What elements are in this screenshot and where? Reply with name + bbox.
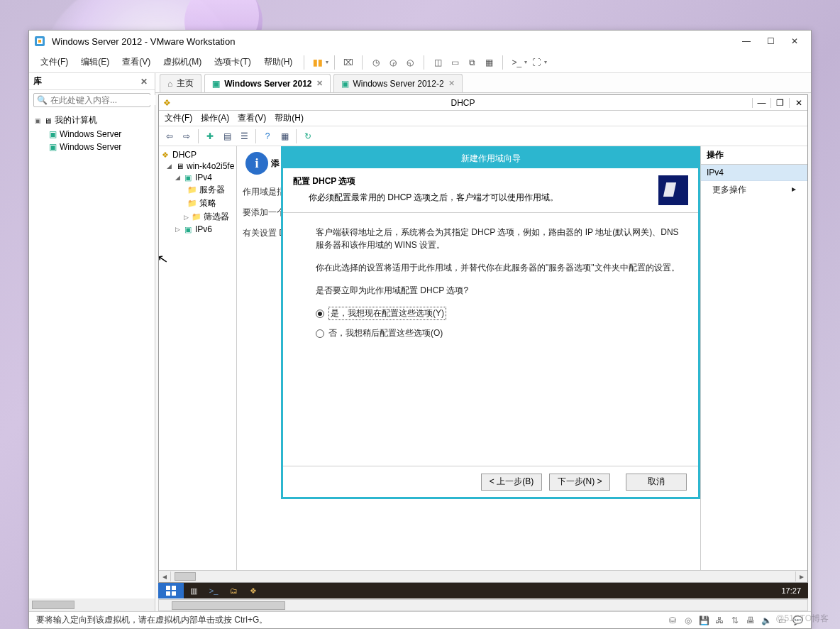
library-close-icon[interactable]: ✕ — [138, 77, 150, 87]
guest-column: 主页 Windows Server 2012 ✕ Windows Server … — [155, 73, 811, 611]
mmc-menu-file[interactable]: 文件(F) — [165, 112, 192, 124]
printer-icon[interactable]: 🖶 — [744, 616, 757, 625]
library-vm-item[interactable]: Windows Server — [31, 141, 153, 153]
add-icon[interactable]: ✚ — [202, 128, 218, 144]
close-button[interactable]: ✕ — [783, 33, 807, 49]
vm-tabstrip: 主页 Windows Server 2012 ✕ Windows Server … — [155, 73, 811, 93]
mmc-menu-help[interactable]: 帮助(H) — [275, 112, 304, 124]
wizard-question: 是否要立即为此作用域配置 DHCP 选项? — [316, 284, 684, 297]
guest-viewport[interactable]: ❖ DHCP — ❐ ✕ 文件(F) 操作(A) 查看(V) 帮助(H) — [155, 93, 811, 611]
mmc-minimize-button[interactable]: — — [752, 98, 770, 108]
tree-root[interactable]: ❖DHCP — [160, 149, 235, 160]
mmc-titlebar: ❖ DHCP — ❐ ✕ — [159, 95, 807, 111]
vm-icon — [49, 142, 57, 152]
network-icon[interactable]: 🖧 — [713, 616, 726, 625]
mmc-menu-view[interactable]: 查看(V) — [238, 112, 266, 124]
mmc-actions-pane: 操作 IPv4 更多操作 ▸ — [701, 146, 807, 570]
wizard-para-2: 你在此选择的设置将适用于此作用域，并替代你在此服务器的"服务器选项"文件夹中配置… — [316, 261, 684, 274]
radio-no[interactable]: 否，我想稍后配置这些选项(O) — [316, 327, 684, 339]
tab-home[interactable]: 主页 — [160, 74, 201, 92]
cancel-button[interactable]: 取消 — [626, 474, 687, 491]
tab-vm[interactable]: Windows Server 2012-2 ✕ — [333, 74, 463, 92]
cd-icon[interactable]: ◎ — [682, 616, 695, 625]
host-titlebar: Windows Server 2012 - VMware Workstation… — [29, 31, 811, 52]
refresh-icon[interactable]: ↻ — [300, 128, 316, 144]
home-icon — [167, 79, 172, 89]
svg-rect-4 — [172, 586, 176, 590]
menu-view[interactable]: 查看(V) — [116, 53, 156, 71]
minimize-button[interactable]: — — [734, 33, 758, 49]
tree-item[interactable]: ▷📁筛选器 — [160, 210, 235, 224]
properties-icon[interactable]: ▦ — [277, 128, 292, 144]
snapshot-take-icon[interactable]: ◷ — [368, 55, 384, 70]
snapshot-manage-icon[interactable]: ◵ — [402, 55, 418, 70]
vm-icon — [341, 79, 349, 89]
library-title: 库 — [33, 75, 42, 87]
fullscreen-icon[interactable]: ⛶ — [529, 55, 544, 70]
library-vm-item[interactable]: Windows Server — [31, 128, 153, 141]
tab-close-icon[interactable]: ✕ — [448, 79, 455, 88]
menu-file[interactable]: 文件(F) — [35, 53, 74, 71]
library-search[interactable]: 🔍 ▾ — [33, 93, 150, 107]
tree-server[interactable]: ◢🖥win-k4o2i5fe — [160, 160, 235, 172]
svg-rect-6 — [172, 591, 176, 596]
unity-icon[interactable]: ◫ — [430, 55, 446, 70]
actions-more[interactable]: 更多操作 ▸ — [701, 181, 807, 199]
snapshot-revert-icon[interactable]: ◶ — [385, 55, 401, 70]
tree-ipv6[interactable]: ▷▣IPv6 — [160, 224, 235, 235]
library-search-input[interactable] — [50, 95, 157, 105]
pause-icon[interactable]: ▮▮ — [310, 55, 326, 70]
taskbar-powershell-icon[interactable]: >_ — [204, 586, 223, 595]
radio-icon — [316, 310, 324, 318]
svg-rect-5 — [166, 591, 170, 596]
sound-icon[interactable]: 🔈 — [760, 616, 773, 625]
taskbar-server-manager-icon[interactable]: ▥ — [184, 586, 204, 596]
menu-tabs[interactable]: 选项卡(T) — [209, 53, 256, 71]
send-ctrl-alt-del-icon[interactable]: ⌧ — [341, 55, 356, 70]
menu-help[interactable]: 帮助(H) — [258, 53, 299, 71]
mmc-menu-action[interactable]: 操作(A) — [201, 112, 229, 124]
mmc-toolbar: ⇦ ⇨ ✚ ▤ ☰ ? ▦ ↻ — [159, 126, 807, 146]
maximize-button[interactable]: ☐ — [758, 33, 783, 49]
console-icon[interactable]: >_ — [509, 55, 524, 70]
forward-icon[interactable]: ⇨ — [179, 128, 194, 144]
actions-header: 操作 — [701, 146, 807, 165]
dhcp-mmc-window: ❖ DHCP — ❐ ✕ 文件(F) 操作(A) 查看(V) 帮助(H) — [158, 94, 808, 583]
mmc-close-button[interactable]: ✕ — [789, 98, 807, 108]
radio-icon — [316, 329, 324, 338]
hdd-icon[interactable]: ⛁ — [666, 616, 679, 625]
thumbnail-view-icon[interactable]: ⧉ — [464, 55, 480, 70]
back-icon[interactable]: ⇦ — [162, 128, 177, 144]
radio-yes[interactable]: 是，我想现在配置这些选项(Y) — [316, 307, 684, 320]
floppy-icon[interactable]: 💾 — [697, 616, 710, 625]
guest-hscroll[interactable] — [158, 599, 808, 611]
show-hide-tree-icon[interactable]: ▤ — [219, 128, 235, 144]
library-root[interactable]: ▣ 我的计算机 — [31, 113, 153, 128]
help-icon[interactable]: ? — [260, 128, 275, 144]
start-button[interactable] — [158, 583, 184, 598]
svg-rect-3 — [166, 586, 170, 590]
back-button[interactable]: < 上一步(B) — [481, 474, 542, 491]
taskbar-dhcp-icon[interactable]: ❖ — [243, 586, 263, 596]
menu-edit[interactable]: 编辑(E) — [75, 53, 115, 71]
tree-item[interactable]: 📁服务器 — [160, 183, 235, 197]
mmc-tree: ❖DHCP ◢🖥win-k4o2i5fe ◢▣IPv4 📁服务器 📁策略 ▷📁筛… — [159, 146, 237, 570]
tab-close-icon[interactable]: ✕ — [316, 79, 323, 88]
power-dropdown-icon[interactable]: ▾ — [326, 59, 328, 65]
host-window-title: Windows Server 2012 - VMware Workstation — [52, 36, 734, 47]
tree-ipv4[interactable]: ◢▣IPv4 — [160, 172, 235, 183]
next-button[interactable]: 下一步(N) > — [549, 474, 610, 491]
export-list-icon[interactable]: ☰ — [236, 128, 252, 144]
usb-icon[interactable]: ⇅ — [729, 616, 741, 625]
actions-selected[interactable]: IPv4 — [701, 165, 807, 181]
menu-vm[interactable]: 虚拟机(M) — [158, 53, 207, 71]
tab-vm-active[interactable]: Windows Server 2012 ✕ — [204, 74, 330, 92]
taskbar-clock[interactable]: 17:27 — [774, 586, 808, 595]
console-view-icon[interactable]: ▭ — [447, 55, 463, 70]
mmc-tree-hscroll[interactable]: ◂▸ — [159, 570, 807, 582]
tree-item[interactable]: 📁策略 — [160, 197, 235, 210]
mmc-restore-button[interactable]: ❐ — [770, 98, 789, 108]
library-hscroll[interactable] — [29, 598, 155, 611]
taskbar-explorer-icon[interactable]: 🗂 — [223, 586, 243, 595]
tile-view-icon[interactable]: ▦ — [481, 55, 497, 70]
